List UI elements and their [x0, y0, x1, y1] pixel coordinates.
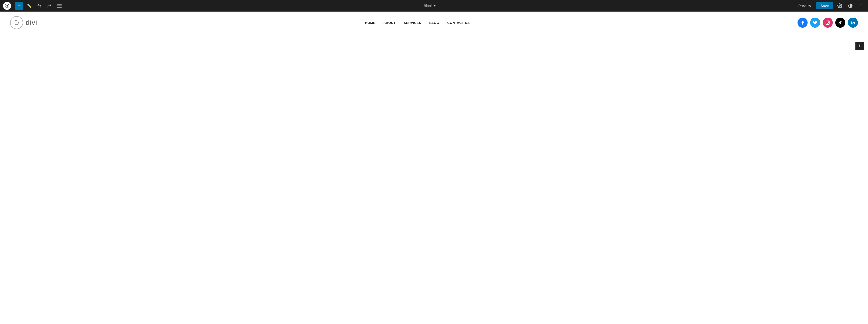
logo-name: divi [26, 19, 37, 27]
nav-blog[interactable]: BLOG [429, 21, 439, 25]
svg-point-2 [861, 4, 862, 4]
chevron-down-icon: ▾ [434, 4, 435, 7]
facebook-icon[interactable] [798, 18, 808, 28]
edit-button[interactable]: ✏️ [25, 2, 33, 10]
hamburger-icon [57, 4, 62, 7]
more-options-button[interactable] [857, 2, 865, 9]
menu-button[interactable] [55, 2, 63, 10]
instagram-icon[interactable] [823, 18, 833, 28]
admin-toolbar: + ✏️ Blank ▾ Preview Save [0, 0, 868, 11]
redo-button[interactable] [45, 2, 53, 10]
svg-rect-5 [826, 21, 830, 25]
save-button[interactable]: Save [816, 2, 833, 9]
svg-point-7 [829, 21, 829, 22]
logo-circle: D [10, 16, 23, 29]
add-row-button[interactable]: + [856, 42, 864, 50]
nav-contact-us[interactable]: CONTACT US [447, 21, 470, 25]
svg-point-6 [827, 22, 829, 23]
svg-point-4 [861, 7, 862, 8]
logo-area[interactable]: D divi [10, 16, 37, 29]
undo-button[interactable] [35, 2, 43, 10]
preview-button[interactable]: Preview [796, 3, 814, 9]
wordpress-logo [3, 2, 11, 10]
page-title-label: Blank [424, 4, 433, 8]
page-content: D divi HOME ABOUT SERVICES BLOG CONTACT … [0, 11, 868, 324]
social-icons [798, 18, 858, 28]
add-block-button[interactable]: + [15, 2, 23, 10]
svg-point-8 [851, 21, 851, 22]
contrast-button[interactable] [846, 2, 855, 9]
nav-services[interactable]: SERVICES [404, 21, 422, 25]
site-header: D divi HOME ABOUT SERVICES BLOG CONTACT … [0, 11, 868, 34]
svg-point-0 [839, 5, 841, 6]
settings-button[interactable] [836, 2, 844, 9]
page-title-area[interactable]: Blank ▾ [424, 4, 435, 8]
site-nav: HOME ABOUT SERVICES BLOG CONTACT US [365, 21, 470, 25]
twitter-icon[interactable] [810, 18, 820, 28]
tiktok-icon[interactable] [835, 18, 845, 28]
nav-home[interactable]: HOME [365, 21, 375, 25]
nav-about[interactable]: ABOUT [383, 21, 396, 25]
admin-right-controls: Preview Save [796, 2, 865, 9]
linkedin-icon[interactable] [848, 18, 858, 28]
svg-point-3 [861, 5, 862, 6]
canvas-area [0, 34, 868, 185]
